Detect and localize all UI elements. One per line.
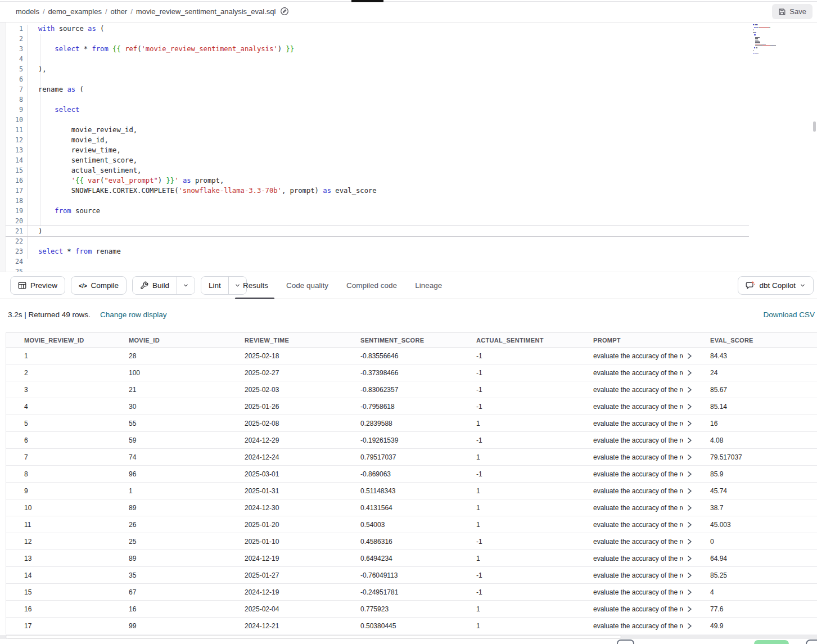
breadcrumb-segment[interactable]: other — [111, 7, 128, 16]
prompt-preview-text: evaluate the accuracy of the res… — [593, 622, 683, 630]
table-cell: -0.83556646 — [342, 348, 458, 364]
expand-prompt-icon[interactable] — [688, 471, 692, 477]
lint-label: Lint — [209, 281, 221, 290]
column-header-sentiment_score: SENTIMENT_SCORE — [342, 333, 458, 347]
expand-prompt-icon[interactable] — [688, 370, 692, 376]
minimap[interactable] — [751, 22, 805, 55]
table-cell: evaluate the accuracy of the res… — [575, 601, 692, 617]
table-cell: 5 — [6, 415, 111, 431]
bottom-partial-green-button[interactable] — [754, 640, 789, 644]
build-split-button: Build — [132, 276, 195, 295]
breadcrumb: models/demo_examples/other/movie_review_… — [16, 6, 289, 16]
download-csv-link[interactable]: Download CSV — [763, 310, 815, 319]
breadcrumb-segment[interactable]: models — [16, 7, 39, 16]
code-line: 16 '{{ var("eval_prompt") }}' as prompt, — [0, 175, 377, 186]
table-cell: 2024-12-21 — [227, 618, 342, 634]
prompt-preview-text: evaluate the accuracy of the res… — [593, 453, 683, 461]
code-token — [38, 177, 71, 184]
compile-button[interactable]: </> Compile — [71, 276, 127, 295]
line-number: 17 — [0, 186, 23, 196]
table-cell: -1 — [458, 466, 575, 482]
column-header-movie_review_id: MOVIE_REVIEW_ID — [6, 333, 111, 347]
expand-prompt-icon[interactable] — [688, 353, 692, 359]
horizontal-scrollbar-thumb[interactable] — [6, 635, 621, 639]
table-cell: 11 — [6, 516, 111, 533]
tab-lineage[interactable]: Lineage — [415, 281, 442, 290]
table-cell: 2025-02-18 — [227, 348, 342, 364]
expand-prompt-icon[interactable] — [688, 539, 692, 544]
code-editor[interactable]: 1with source as (23 select * from {{ ref… — [0, 22, 817, 272]
line-number: 12 — [0, 135, 23, 145]
code-line: 25 — [0, 267, 377, 272]
code-token: }} — [166, 177, 175, 184]
breadcrumb-segment[interactable]: movie_review_sentiment_analysis_eval.sql — [136, 7, 276, 16]
minimap-line — [754, 34, 756, 35]
table-cell: 1 — [6, 348, 111, 364]
bottom-partial-button[interactable] — [806, 640, 817, 644]
table-cell: 2 — [6, 364, 111, 381]
table-cell: 96 — [111, 466, 227, 482]
expand-prompt-icon[interactable] — [688, 454, 692, 460]
table-cell: 2024-12-19 — [227, 550, 342, 566]
table-row: 10892024-12-300.41315641evaluate the acc… — [6, 499, 817, 516]
lint-button[interactable]: Lint — [201, 277, 229, 294]
code-line: 8 — [0, 94, 377, 105]
expand-prompt-icon[interactable] — [688, 556, 692, 561]
line-number: 9 — [0, 105, 23, 115]
change-row-display-link[interactable]: Change row display — [100, 310, 167, 319]
bottom-partial-button[interactable] — [617, 640, 634, 644]
expand-prompt-icon[interactable] — [688, 606, 692, 612]
code-token: * — [79, 45, 92, 53]
code-line: 9 select — [0, 105, 377, 115]
code-token: actual_sentiment, — [38, 166, 141, 174]
expand-prompt-icon[interactable] — [688, 404, 692, 409]
preview-button[interactable]: Preview — [10, 276, 65, 295]
table-cell: 0.54003 — [342, 516, 458, 533]
expand-prompt-icon[interactable] — [688, 623, 692, 629]
code-token: ), — [38, 65, 47, 73]
table-cell: 2025-01-27 — [227, 567, 342, 583]
code-text: ), — [38, 64, 47, 74]
table-cell: 15 — [6, 584, 111, 600]
expand-prompt-icon[interactable] — [688, 438, 692, 443]
save-button[interactable]: Save — [772, 4, 813, 19]
line-number: 3 — [0, 44, 23, 54]
line-number: 24 — [0, 256, 23, 267]
table-cell: 0.50380445 — [342, 618, 458, 634]
table-cell: evaluate the accuracy of the res… — [575, 381, 692, 398]
table-cell: -1 — [458, 381, 575, 398]
table-cell: 85.67 — [692, 381, 817, 398]
tab-compiled-code[interactable]: Compiled code — [346, 281, 397, 290]
dbt-copilot-button[interactable]: dbt Copilot — [738, 276, 814, 295]
table-cell: 89 — [111, 550, 227, 566]
table-cell: evaluate the accuracy of the res… — [575, 516, 692, 533]
prompt-preview-text: evaluate the accuracy of the res… — [593, 386, 683, 394]
code-token: from — [92, 45, 108, 53]
build-dropdown-button[interactable] — [177, 277, 195, 294]
editor-vertical-scrollbar[interactable] — [813, 121, 816, 132]
expand-prompt-icon[interactable] — [688, 387, 692, 393]
build-button[interactable]: Build — [133, 277, 177, 294]
table-row: 1282025-02-18-0.83556646-1evaluate the a… — [6, 348, 817, 364]
tab-results[interactable]: Results — [243, 281, 268, 290]
expand-prompt-icon[interactable] — [688, 522, 692, 528]
table-row: 7742024-12-240.795170371evaluate the acc… — [6, 449, 817, 466]
code-token: ) — [158, 177, 166, 184]
table-row: 11262025-01-200.540031evaluate the accur… — [6, 516, 817, 533]
table-row: 5552025-02-080.28395881evaluate the accu… — [6, 415, 817, 432]
line-number: 16 — [0, 175, 23, 186]
tab-code-quality[interactable]: Code quality — [286, 281, 328, 290]
column-header-eval_score: EVAL_SCORE — [692, 333, 817, 347]
line-number: 5 — [0, 64, 23, 74]
expand-prompt-icon[interactable] — [688, 505, 692, 511]
expand-prompt-icon[interactable] — [688, 589, 692, 595]
table-cell: 38.7 — [692, 499, 817, 516]
expand-prompt-icon[interactable] — [688, 488, 692, 494]
expand-prompt-icon[interactable] — [688, 573, 692, 578]
line-number: 25 — [0, 267, 23, 272]
breadcrumb-segment[interactable]: demo_examples — [48, 7, 102, 16]
code-text: movie_id, — [38, 135, 109, 145]
expand-prompt-icon[interactable] — [688, 421, 692, 426]
horizontal-scrollbar-track[interactable] — [0, 635, 817, 639]
code-token: select — [55, 106, 79, 114]
